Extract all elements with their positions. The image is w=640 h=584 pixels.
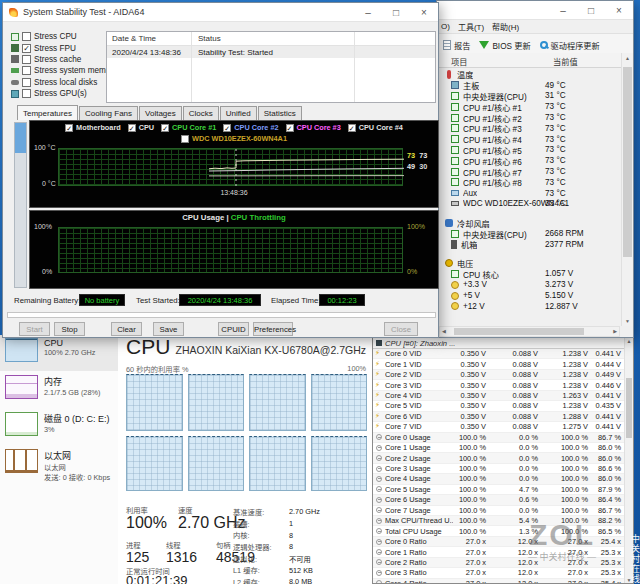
aida64-titlebar[interactable]: – □ × (437, 1, 633, 20)
tab[interactable]: Temperatures (17, 105, 78, 120)
sensor-row[interactable]: Core 6 Usage 100.0 % 0.6 % 100.0 % 86.4 … (373, 495, 624, 505)
sensor-row[interactable]: Core 4 Ratio 27.0 x 12.0 x 27.0 x 25.4 x (373, 579, 624, 583)
sensor-vertical-scrollbar[interactable]: ▲ ▼ (624, 338, 633, 583)
tab[interactable]: Cooling Fans (79, 106, 138, 121)
toolbar-button[interactable]: 驱动程序更新 (540, 39, 600, 51)
sidebar-item[interactable]: 内存 2.1/7.5 GB (28%) (0, 372, 118, 408)
sensor-list-row[interactable]: +5 V 5.150 V (439, 290, 619, 301)
legend-checkbox[interactable] (181, 135, 189, 143)
sensor-column-header[interactable]: 项目 当前值 (437, 53, 621, 68)
scroll-up-icon[interactable]: ▲ (625, 338, 633, 344)
action-button[interactable]: CPUID (218, 322, 249, 336)
scroll-right-icon[interactable]: ▶ (613, 328, 617, 334)
stress-checkbox[interactable] (22, 44, 31, 53)
sensor-row[interactable]: Core 4 VID 0.350 V 0.088 V 1.263 V 0.441… (373, 391, 624, 401)
sensor-list-row[interactable]: CPU 核心 1.057 V (439, 269, 619, 280)
sensor-row[interactable]: Core 3 Ratio 27.0 x 12.0 x 27.0 x 25.3 x (373, 568, 624, 578)
minimize-icon[interactable]: – (354, 4, 382, 21)
stress-checkbox[interactable] (22, 78, 31, 87)
scrollbar-thumb[interactable] (623, 67, 632, 257)
scroll-up-icon[interactable]: ▲ (622, 55, 633, 61)
close-icon[interactable]: × (605, 2, 633, 19)
sensor-row[interactable]: Total CPU Usage 100.0 % 1.3 % 100.0 % 86… (373, 526, 624, 536)
sensor-list-row[interactable]: +3.3 V 3.273 V (439, 279, 619, 290)
sensor-list-row[interactable]: 主板 49 °C (439, 80, 619, 91)
menu-item[interactable]: 帮助(H) (492, 21, 519, 32)
sensor-row[interactable]: Core 0 Usage 100.0 % 0.0 % 100.0 % 86.7 … (373, 433, 624, 443)
stress-checkbox[interactable] (22, 55, 31, 64)
sensor-list-row[interactable]: CPU #1/核心 #5 73 °C (439, 145, 619, 156)
maximize-icon[interactable]: □ (382, 4, 410, 21)
menu-item[interactable]: O) (441, 22, 450, 31)
sensor-row[interactable]: Core 1 Usage 100.0 % 0.0 % 100.0 % 86.0 … (373, 443, 624, 453)
minimize-icon[interactable]: – (549, 2, 577, 19)
action-button[interactable]: Stop (54, 322, 85, 336)
sensor-list-row[interactable]: 温度 (439, 69, 619, 80)
scroll-down-icon[interactable]: ▼ (625, 577, 633, 583)
sidebar-item[interactable]: 磁盘 0 (D: C: E:) 3% (0, 409, 118, 445)
sensor-row[interactable]: Core 3 Usage 100.0 % 0.0 % 100.0 % 86.6 … (373, 464, 624, 474)
legend-checkbox[interactable] (65, 124, 73, 132)
action-button[interactable]: Save (153, 322, 184, 336)
stress-checkbox[interactable] (22, 89, 31, 98)
sensor-list-row[interactable]: CPU #1/核心 #4 73 °C (439, 134, 619, 145)
sensor-list-row[interactable]: CPU #1/核心 #1 73 °C (439, 101, 619, 112)
sensor-row[interactable]: Core 7 Usage 100.0 % 0.0 % 100.0 % 86.7 … (373, 506, 624, 516)
toolbar-button[interactable]: BIOS 更新 (479, 39, 530, 51)
sensor-row[interactable]: Core 0 VID 0.350 V 0.088 V 1.238 V 0.441… (373, 349, 624, 359)
sensor-row[interactable]: Core 5 Usage 100.0 % 4.7 % 100.0 % 87.9 … (373, 485, 624, 495)
sensor-list-row[interactable]: CPU #1/核心 #3 73 °C (439, 123, 619, 134)
scrollbar-thumb[interactable] (15, 123, 26, 153)
scroll-down-icon[interactable]: ▼ (622, 318, 633, 324)
legend-checkbox[interactable] (286, 124, 294, 132)
menu-item[interactable]: 工具(T) (458, 21, 484, 32)
tab[interactable]: Clocks (183, 106, 219, 121)
scroll-left-icon[interactable]: ◀ (442, 328, 446, 334)
sensor-row[interactable]: Core 2 Ratio 27.0 x 12.0 x 27.0 x 25.3 x (373, 558, 624, 568)
tab[interactable]: Unified (220, 106, 257, 121)
sensor-row[interactable]: Max CPU/Thread U... 100.0 % 5.4 % 100.0 … (373, 516, 624, 526)
close-icon[interactable]: × (410, 4, 438, 21)
sensor-row[interactable]: Core 5 VID 0.350 V 0.088 V 1.238 V 0.435… (373, 401, 624, 411)
log-row[interactable]: 2020/4/24 13:48:36 Stability Test: Start… (107, 46, 435, 58)
legend-checkbox[interactable] (348, 124, 356, 132)
tab[interactable]: Statistics (258, 106, 302, 121)
sensor-list-row[interactable]: CPU #1/核心 #7 73 °C (439, 166, 619, 177)
legend-checkbox[interactable] (161, 124, 169, 132)
sensor-row[interactable]: Core 2 Usage 100.0 % 0.0 % 100.0 % 86.0 … (373, 453, 624, 463)
sensor-list-row[interactable]: CPU #1/核心 #2 73 °C (439, 112, 619, 123)
tab[interactable]: Voltages (139, 106, 182, 121)
stability-titlebar[interactable]: System Stability Test - AIDA64 – □ × (3, 3, 438, 22)
action-button[interactable]: Start (19, 322, 50, 336)
sidebar-item[interactable]: CPU 100% 2.70 GHz (0, 335, 118, 371)
scrollbar-thumb[interactable] (626, 378, 632, 438)
action-button[interactable]: Preferences (253, 322, 293, 336)
sensor-list-row[interactable]: CPU #1/核心 #6 73 °C (439, 155, 619, 166)
sensor-list-row[interactable]: 冷却风扇 (439, 217, 619, 228)
sensor-list-row[interactable]: WDC WD10EZEX-60WN4A1 33 °C (439, 199, 619, 210)
action-button[interactable]: Close (384, 322, 418, 336)
legend-checkbox[interactable] (128, 124, 136, 132)
aida64-vertical-scrollbar[interactable]: ▲ ▼ (621, 53, 633, 326)
sensor-list-row[interactable]: +12 V 12.887 V (439, 301, 619, 312)
scrollbar-thumb[interactable] (454, 328, 584, 335)
stress-checkbox[interactable] (22, 66, 31, 75)
sensor-row[interactable]: Core 0 Ratio 27.0 x 12.0 x 27.0 x 25.4 x (373, 537, 624, 547)
stress-checkbox[interactable] (22, 32, 31, 41)
sensor-row[interactable]: Core 3 VID 0.350 V 0.088 V 1.238 V 0.446… (373, 380, 624, 390)
maximize-icon[interactable]: □ (577, 2, 605, 19)
sidebar-item[interactable]: 以太网 以太网 发送: 0 接收: 0 Kbps (0, 446, 118, 482)
sensor-list-row[interactable]: 机箱 2377 RPM (439, 239, 619, 250)
sensor-list-row[interactable]: 电压 (439, 258, 619, 269)
graph-scrollbar[interactable] (14, 122, 27, 288)
sensor-row[interactable]: Core 4 Usage 100.0 % 0.0 % 100.0 % 86.0 … (373, 474, 624, 484)
sensor-list-row[interactable]: CPU #1/核心 #8 73 °C (439, 177, 619, 188)
sensor-row[interactable]: Core 7 VID 0.350 V 0.088 V 1.275 V 0.441… (373, 422, 624, 432)
sensor-row[interactable]: Core 1 Ratio 27.0 x 12.0 x 27.0 x 25.3 x (373, 547, 624, 557)
sensor-row[interactable]: Core 1 VID 0.350 V 0.088 V 1.238 V 0.444… (373, 359, 624, 369)
sensor-row[interactable]: Core 6 VID 0.350 V 0.088 V 1.288 V 0.441… (373, 412, 624, 422)
sensor-list-row[interactable]: 中央处理器(CPU) 2668 RPM (439, 228, 619, 239)
action-button[interactable]: Clear (111, 322, 142, 336)
aida64-horizontal-scrollbar[interactable]: ◀ ▶ (439, 326, 620, 337)
toolbar-button[interactable]: 报告 (443, 39, 470, 51)
